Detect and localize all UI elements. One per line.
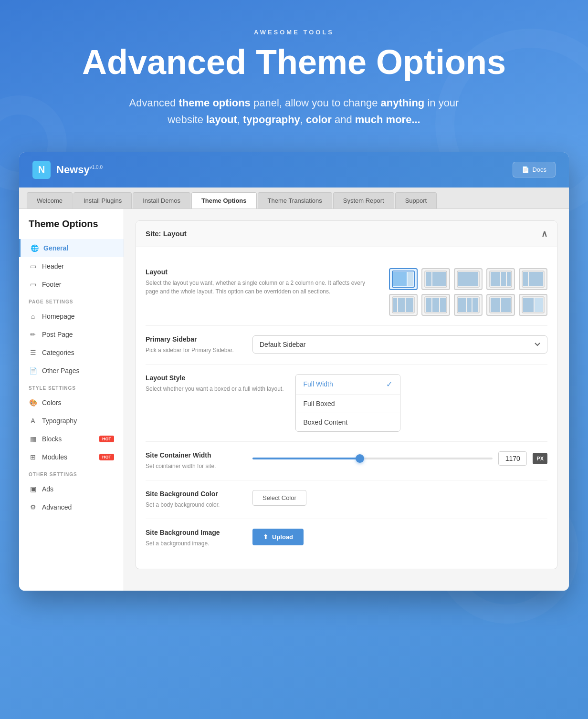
- svg-rect-28: [491, 298, 500, 312]
- layout-option-4[interactable]: [486, 268, 515, 290]
- svg-rect-1: [393, 272, 407, 286]
- bg-color-label: Site Background Color Set a body backgro…: [146, 490, 241, 509]
- container-width-label: Site Container Width Set cointainer widt…: [146, 451, 241, 470]
- tab-install-plugins[interactable]: Install Plugins: [74, 192, 132, 208]
- sidebar-item-post-page[interactable]: ✏ Post Page: [19, 325, 124, 344]
- docs-icon: 📄: [522, 166, 529, 173]
- tab-theme-options[interactable]: Theme Options: [191, 192, 257, 208]
- header-icon: ▭: [29, 262, 37, 271]
- page-wrapper: AWESOME TOOLS Advanced Theme Options Adv…: [0, 0, 588, 719]
- sidebar-item-colors[interactable]: 🎨 Colors: [19, 394, 124, 412]
- edit-icon: ✏: [29, 330, 37, 339]
- hero-subtitle: AWESOME TOOLS: [19, 29, 569, 36]
- sidebar-item-advanced[interactable]: ⚙ Advanced: [19, 498, 124, 516]
- section-body: Layout Select the layout you want, wheth…: [136, 247, 557, 569]
- svg-rect-25: [467, 298, 472, 312]
- option-container-width: Site Container Width Set cointainer widt…: [146, 442, 547, 480]
- sidebar-item-categories[interactable]: ☰ Categories: [19, 344, 124, 362]
- tab-theme-translations[interactable]: Theme Translations: [258, 192, 332, 208]
- slider-thumb[interactable]: [356, 454, 364, 463]
- bg-color-control: Select Color: [252, 490, 547, 506]
- sidebar-item-header[interactable]: ▭ Header: [19, 257, 124, 275]
- upload-icon: ⬆: [263, 533, 268, 541]
- logo-icon: N: [32, 161, 51, 179]
- select-color-button[interactable]: Select Color: [252, 490, 306, 506]
- svg-rect-18: [406, 298, 413, 312]
- svg-rect-2: [408, 272, 413, 286]
- section-label-other: OTHER SETTINGS: [19, 466, 124, 480]
- palette-icon: 🎨: [29, 398, 37, 407]
- content-panel: Site: Layout ∧ Layout Select the layout …: [124, 209, 569, 591]
- bg-image-control: ⬆ Upload: [252, 529, 547, 545]
- tab-welcome[interactable]: Welcome: [27, 192, 73, 208]
- layout-style-full-boxed[interactable]: Full Boxed: [296, 395, 400, 413]
- layout-option-10[interactable]: [519, 294, 547, 316]
- section-header-layout[interactable]: Site: Layout ∧: [136, 221, 557, 247]
- primary-sidebar-select[interactable]: Default Sidebar: [252, 335, 547, 354]
- panel-logo: N Newsyv1.0.0: [32, 161, 103, 179]
- sidebar-item-ads[interactable]: ▣ Ads: [19, 480, 124, 498]
- layout-option-3[interactable]: [454, 268, 483, 290]
- layout-style-boxed-content[interactable]: Boxed Content: [296, 413, 400, 431]
- option-primary-sidebar: Primary Sidebar Pick a sidebar for Prima…: [146, 326, 547, 365]
- footer-icon: ▭: [29, 280, 37, 289]
- tab-system-report[interactable]: System Report: [333, 192, 394, 208]
- layout-option-2[interactable]: [421, 268, 450, 290]
- layout-option-1[interactable]: [389, 268, 418, 290]
- check-icon: ✓: [386, 380, 392, 389]
- slider-unit: PX: [533, 453, 547, 464]
- layout-option-9[interactable]: [486, 294, 515, 316]
- docs-button[interactable]: 📄 Docs: [513, 162, 556, 177]
- upload-button[interactable]: ⬆ Upload: [252, 529, 304, 545]
- svg-rect-21: [432, 298, 439, 312]
- svg-rect-29: [501, 298, 511, 312]
- svg-rect-5: [432, 272, 446, 286]
- layout-control: [389, 268, 547, 316]
- tab-install-demos[interactable]: Install Demos: [133, 192, 190, 208]
- font-icon: A: [29, 417, 37, 425]
- layout-style-full-width[interactable]: Full Width ✓: [296, 375, 400, 395]
- slider-row: PX: [252, 451, 547, 466]
- container-width-input[interactable]: [498, 451, 527, 466]
- sidebar-item-typography[interactable]: A Typography: [19, 412, 124, 430]
- modules-hot-badge: HOT: [99, 454, 114, 460]
- container-width-control: PX: [252, 451, 547, 466]
- layout-option-5[interactable]: [519, 268, 547, 290]
- nav-tabs: Welcome Install Plugins Install Demos Th…: [19, 188, 569, 209]
- svg-rect-26: [472, 298, 478, 312]
- svg-rect-16: [393, 298, 397, 312]
- layout-option-8[interactable]: [454, 294, 483, 316]
- svg-rect-4: [426, 272, 431, 286]
- svg-rect-13: [523, 272, 528, 286]
- sidebar-item-footer[interactable]: ▭ Footer: [19, 275, 124, 293]
- bg-image-label: Site Background Image Set a background i…: [146, 529, 241, 548]
- layout-style-label: Layout Style Select whether you want a b…: [146, 374, 284, 393]
- blocks-hot-badge: HOT: [99, 436, 114, 442]
- site-layout-section: Site: Layout ∧ Layout Select the layout …: [136, 220, 557, 569]
- svg-rect-32: [535, 298, 543, 312]
- section-label-style: STYLE SETTINGS: [19, 380, 124, 394]
- home-icon: ⌂: [29, 312, 37, 321]
- layout-option-6[interactable]: [389, 294, 418, 316]
- svg-rect-11: [507, 272, 511, 286]
- sidebar-item-homepage[interactable]: ⌂ Homepage: [19, 307, 124, 325]
- slider-track: [252, 458, 493, 459]
- blocks-icon: ▦: [29, 435, 37, 443]
- sidebar-item-modules[interactable]: ⊞ Modules HOT: [19, 448, 124, 466]
- sidebar-item-other-pages[interactable]: 📄 Other Pages: [19, 362, 124, 380]
- option-bg-color: Site Background Color Set a body backgro…: [146, 480, 547, 519]
- layout-option-7[interactable]: [421, 294, 450, 316]
- layout-style-dropdown: Full Width ✓ Full Boxed Boxed Content: [295, 374, 400, 432]
- option-layout: Layout Select the layout you want, wheth…: [146, 259, 547, 326]
- sidebar: Theme Options 🌐 General ▭ Header ▭ Foote…: [19, 209, 124, 591]
- sidebar-item-general[interactable]: 🌐 General: [19, 239, 124, 257]
- panel-header: N Newsyv1.0.0 📄 Docs: [19, 152, 569, 188]
- svg-rect-31: [523, 298, 534, 312]
- globe-icon: 🌐: [30, 244, 39, 252]
- svg-rect-22: [440, 298, 446, 312]
- option-layout-style: Layout Style Select whether you want a b…: [146, 365, 547, 442]
- theme-panel: N Newsyv1.0.0 📄 Docs Welcome Install Plu…: [19, 152, 569, 591]
- sidebar-item-blocks[interactable]: ▦ Blocks HOT: [19, 430, 124, 448]
- tab-support[interactable]: Support: [395, 192, 437, 208]
- sidebar-title: Theme Options: [19, 219, 124, 239]
